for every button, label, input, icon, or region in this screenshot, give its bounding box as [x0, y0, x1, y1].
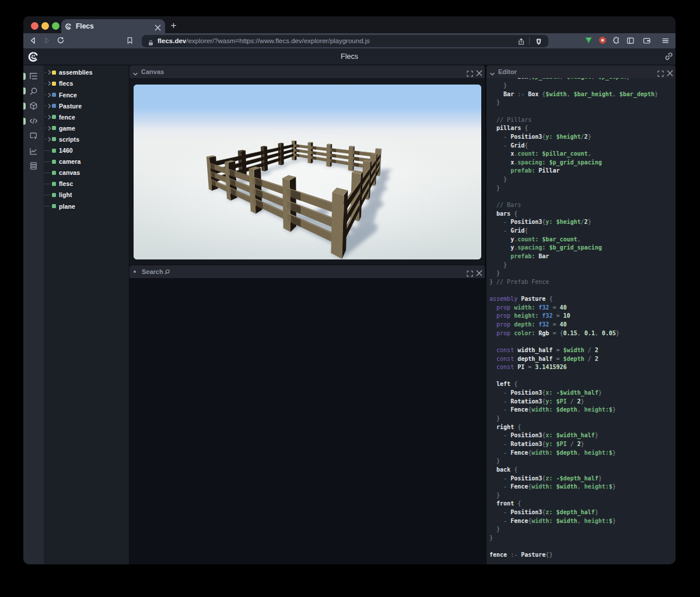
search-close-button[interactable]	[476, 268, 482, 279]
code-token	[489, 159, 510, 166]
code-token: ,	[592, 78, 598, 80]
tree-item-camera[interactable]: camera	[44, 156, 129, 167]
code-token: Pillar	[538, 167, 559, 174]
share-link-icon[interactable]	[664, 51, 674, 64]
code-line: left {	[489, 380, 658, 389]
editor-panel-body[interactable]: - Box{$p_width, $height, $p_depth} } Bar…	[487, 78, 676, 564]
search-panel-body[interactable]	[130, 278, 485, 564]
canvas-panel-header[interactable]: Canvas	[130, 65, 485, 78]
tree-item-flecs[interactable]: flecs	[44, 78, 129, 89]
bookmarks-button[interactable]	[126, 36, 135, 45]
tree-item-label: canvas	[59, 169, 80, 176]
code-token: $depth	[556, 406, 577, 413]
url-bar[interactable]: flecs.dev/explorer/?wasm=https://www.fle…	[142, 35, 548, 47]
code-token: Pasture	[521, 552, 545, 558]
adblock-extension[interactable]	[598, 36, 608, 45]
tree-item-game[interactable]: game	[44, 122, 129, 134]
editor-close-button[interactable]	[667, 68, 673, 79]
code-token: {	[514, 424, 521, 430]
code-token: Bar	[538, 253, 549, 259]
extensions-button[interactable]	[612, 36, 622, 45]
commands-icon[interactable]	[29, 161, 38, 170]
tree-guide-line	[44, 173, 50, 173]
code-line: x.count: $pillar_count,	[489, 150, 658, 159]
code-editor-content[interactable]: - Box{$p_width, $height, $p_depth} } Bar…	[489, 78, 658, 560]
code-line: }	[489, 457, 658, 466]
tree-item-Pasture[interactable]: Pasture	[44, 100, 129, 111]
tree-item-assemblies[interactable]: assemblies	[44, 67, 129, 78]
code-token: f32	[542, 312, 552, 319]
code-line: // Pillars	[489, 116, 658, 125]
search-fullscreen-button[interactable]	[467, 269, 473, 279]
code-line: prefab: Bar	[489, 252, 658, 261]
code-line: prop height: f32 = 10	[489, 312, 658, 321]
traffic-light-minimize[interactable]	[41, 22, 49, 30]
tree-item-Fence[interactable]: Fence	[44, 89, 129, 100]
code-token: -	[489, 142, 510, 149]
canvas-3d-scene[interactable]	[134, 85, 481, 259]
code-token: {	[538, 91, 545, 97]
tree-item-canvas[interactable]: canvas	[44, 167, 129, 178]
code-line: - Position3{z: $depth_half}	[489, 508, 658, 517]
code-token: ,	[578, 483, 584, 490]
tree-item-light[interactable]: light	[44, 189, 129, 201]
collapsed-dot-icon[interactable]	[134, 271, 136, 273]
code-token: -	[489, 475, 510, 482]
code-token: -	[489, 441, 510, 447]
code-token: {	[514, 500, 521, 507]
tree-item-flesc[interactable]: flesc	[44, 178, 129, 189]
code-line: - Position3{x: -$width_half}	[489, 389, 658, 398]
code-token	[489, 167, 510, 174]
wallet-button[interactable]	[643, 36, 652, 45]
search-panel-header[interactable]: Search	[130, 265, 485, 278]
active-panel-indicator	[23, 87, 26, 94]
code-token: {}	[545, 552, 552, 558]
tree-item-scripts[interactable]: scripts	[44, 134, 129, 145]
statistics-icon[interactable]	[29, 147, 38, 156]
editor-panel-header[interactable]: Editor	[487, 65, 676, 78]
code-token	[489, 210, 496, 217]
tab-close-button[interactable]	[155, 23, 162, 30]
canvas-3d-icon[interactable]	[29, 101, 38, 110]
back-button[interactable]	[29, 36, 38, 45]
flecs-logo-icon	[65, 23, 72, 30]
canvas-close-button[interactable]	[476, 68, 482, 79]
reload-button[interactable]	[57, 36, 66, 45]
tree-item-label: flesc	[59, 180, 73, 187]
browser-menu-button[interactable]	[662, 36, 671, 45]
brave-shield-icon	[535, 38, 542, 45]
code-token: }	[581, 398, 584, 405]
tree-item-fence[interactable]: fence	[44, 111, 129, 122]
script-editor-icon[interactable]	[29, 117, 38, 125]
code-line: bars {	[489, 210, 658, 219]
code-line: const width_half = $width / 2	[489, 346, 658, 355]
inspector-icon[interactable]	[29, 132, 38, 141]
code-token: -	[489, 483, 510, 490]
code-token: assembly	[489, 296, 517, 302]
browser-tab[interactable]: Flecs	[61, 19, 165, 33]
code-token: Rotation3	[510, 441, 542, 447]
code-token: ,	[578, 518, 584, 524]
code-token: {	[545, 296, 552, 302]
tree-item-1460[interactable]: 1460	[44, 145, 129, 156]
code-token	[489, 424, 496, 430]
entity-color-swatch	[52, 204, 56, 208]
editor-fullscreen-button[interactable]	[657, 69, 664, 79]
query-search-icon[interactable]	[29, 87, 38, 96]
sidebar-toggle-button[interactable]	[626, 36, 636, 45]
tree-item-plane[interactable]: plane	[44, 201, 129, 212]
traffic-light-zoom[interactable]	[52, 22, 60, 30]
canvas-fullscreen-button[interactable]	[467, 69, 473, 79]
share-button[interactable]	[517, 37, 525, 48]
traffic-light-close[interactable]	[31, 22, 38, 30]
code-token: Fence	[510, 518, 528, 524]
entity-tree-icon[interactable]	[29, 72, 38, 80]
code-token: color:	[514, 330, 538, 336]
brave-shield-button[interactable]	[535, 37, 542, 48]
code-token: height:	[584, 518, 609, 524]
vue-devtools-extension[interactable]	[584, 36, 594, 45]
code-token: $width	[545, 91, 566, 97]
forward-button[interactable]	[43, 36, 52, 45]
new-tab-button[interactable]: +	[169, 21, 178, 31]
code-line: prefab: Pillar	[489, 167, 658, 175]
